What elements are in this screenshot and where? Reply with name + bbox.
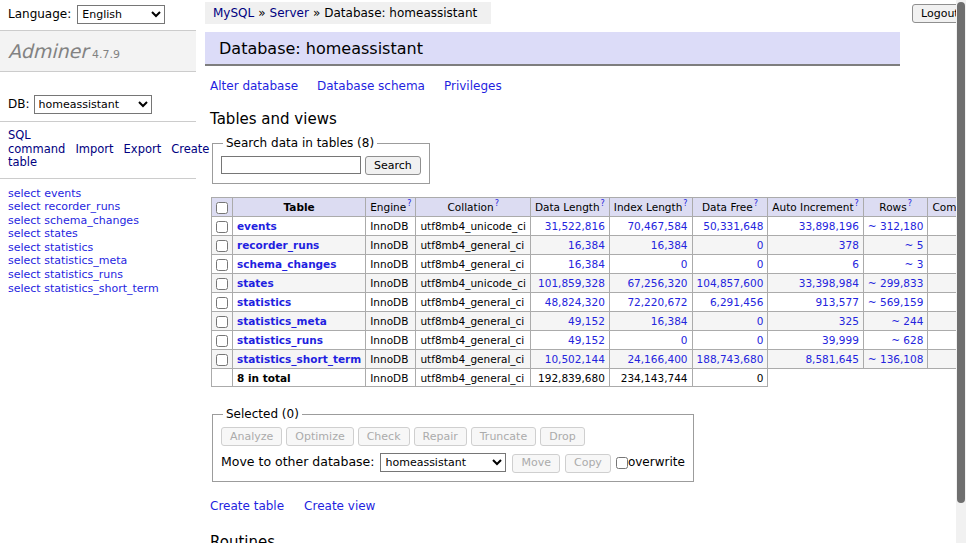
database-schema-link[interactable]: Database schema — [317, 79, 425, 93]
row-checkbox[interactable] — [216, 335, 228, 347]
row-checkbox[interactable] — [216, 221, 228, 233]
alter-database-link[interactable]: Alter database — [210, 79, 298, 93]
drop-button[interactable]: Drop — [540, 427, 584, 446]
table-link-statistics_runs[interactable]: statistics_runs — [237, 334, 323, 346]
engine-cell: InnoDB — [366, 312, 416, 331]
overwrite-checkbox[interactable] — [616, 457, 628, 469]
sidebar-item-select-statistics_runs[interactable]: select statistics_runs — [8, 268, 123, 281]
column-help-link[interactable]: ? — [601, 199, 605, 208]
sidebar-action-import[interactable]: Import — [75, 142, 113, 156]
row-checkbox-cell — [212, 350, 233, 369]
row-checkbox[interactable] — [216, 278, 228, 290]
column-help-link[interactable]: ? — [855, 199, 859, 208]
row-checkbox[interactable] — [216, 316, 228, 328]
breadcrumb-link[interactable]: MySQL — [213, 6, 254, 20]
db-select[interactable]: homeassistant — [34, 95, 152, 114]
table-row: schema_changesInnoDButf8mb4_general_ci16… — [212, 255, 966, 274]
sidebar-item-select-statistics[interactable]: select statistics — [8, 241, 93, 254]
auto-increment-cell: 378 — [768, 236, 864, 255]
move-button[interactable]: Move — [512, 454, 560, 473]
column-header-engine: Engine? — [366, 198, 416, 217]
copy-button[interactable]: Copy — [565, 454, 611, 473]
column-help-link[interactable]: ? — [908, 199, 912, 208]
overwrite-label[interactable]: overwrite — [616, 455, 685, 469]
table-link-schema_changes[interactable]: schema_changes — [237, 258, 337, 270]
list-item: select statistics_runs — [8, 268, 188, 282]
column-label: Table — [284, 201, 315, 213]
privileges-link[interactable]: Privileges — [444, 79, 502, 93]
selected-legend: Selected (0) — [223, 407, 302, 421]
create-view-link[interactable]: Create view — [304, 499, 375, 513]
data-length-cell: 48,824,320 — [530, 293, 609, 312]
repair-button[interactable]: Repair — [414, 427, 467, 446]
sidebar-item-select-statistics_meta[interactable]: select statistics_meta — [8, 254, 127, 267]
engine-cell: InnoDB — [366, 255, 416, 274]
collation-cell: utf8mb4_general_ci — [416, 293, 530, 312]
sidebar-item-select-schema_changes[interactable]: select schema_changes — [8, 214, 139, 227]
sidebar-action-export[interactable]: Export — [124, 142, 162, 156]
column-label: Auto Increment — [772, 201, 853, 213]
row-checkbox[interactable] — [216, 354, 228, 366]
data-free-cell: 104,857,600 — [692, 274, 768, 293]
column-header-auto-increment: Auto Increment? — [768, 198, 864, 217]
data-free-cell: 0 — [692, 255, 768, 274]
engine-cell: InnoDB — [366, 236, 416, 255]
row-checkbox[interactable] — [216, 297, 228, 309]
scrollbar-thumb[interactable] — [957, 2, 965, 503]
table-name-cell: statistics — [233, 293, 366, 312]
data-length-cell: 49,152 — [530, 312, 609, 331]
optimize-button[interactable]: Optimize — [286, 427, 353, 446]
collation-cell: utf8mb4_general_ci — [416, 236, 530, 255]
column-help-link[interactable]: ? — [754, 199, 758, 208]
column-help-link[interactable]: ? — [683, 199, 687, 208]
tables-heading: Tables and views — [210, 110, 905, 128]
check-button[interactable]: Check — [358, 427, 410, 446]
table-row: statesInnoDButf8mb4_unicode_ci101,859,32… — [212, 274, 966, 293]
search-input[interactable] — [221, 156, 361, 174]
language-select[interactable]: English — [77, 5, 165, 24]
column-help-link[interactable]: ? — [407, 199, 411, 208]
create-table-link[interactable]: Create table — [210, 499, 284, 513]
table-link-statistics_short_term[interactable]: statistics_short_term — [237, 353, 361, 365]
row-checkbox[interactable] — [216, 259, 228, 271]
row-checkbox[interactable] — [216, 240, 228, 252]
search-fieldset: Search data in tables (8) Search — [212, 136, 430, 184]
list-item: select states — [8, 227, 188, 241]
data-free-cell: 188,743,680 — [692, 350, 768, 369]
list-item: select statistics_meta — [8, 254, 188, 268]
auto-increment-cell: 325 — [768, 312, 864, 331]
selected-fieldset: Selected (0) AnalyzeOptimizeCheckRepairT… — [212, 407, 694, 482]
table-link-recorder_runs[interactable]: recorder_runs — [237, 239, 319, 251]
table-link-statistics_meta[interactable]: statistics_meta — [237, 315, 327, 327]
move-db-select[interactable]: homeassistant — [380, 453, 506, 472]
index-length-cell: 16,384 — [609, 236, 692, 255]
total-data-length-cell: 192,839,680 — [530, 369, 609, 387]
engine-cell: InnoDB — [366, 293, 416, 312]
language-row: Language:English — [0, 0, 196, 30]
table-link-events[interactable]: events — [237, 220, 277, 232]
analyze-button[interactable]: Analyze — [221, 427, 282, 446]
breadcrumb-link[interactable]: Server — [270, 6, 309, 20]
sidebar-item-select-recorder_runs[interactable]: select recorder_runs — [8, 200, 120, 213]
sidebar-item-select-events[interactable]: select events — [8, 187, 81, 200]
table-name-cell: events — [233, 217, 366, 236]
collation-cell: utf8mb4_general_ci — [416, 331, 530, 350]
column-label: Data Free — [702, 201, 753, 213]
scrollbar-track[interactable] — [956, 0, 966, 543]
sidebar-item-select-statistics_short_term[interactable]: select statistics_short_term — [8, 282, 159, 295]
tables-table: TableEngine?Collation?Data Length?Index … — [211, 197, 966, 387]
collation-cell: utf8mb4_general_ci — [416, 350, 530, 369]
rows-cell: ~ 136,108 — [863, 350, 928, 369]
data-length-cell: 31,522,816 — [530, 217, 609, 236]
truncate-button[interactable]: Truncate — [471, 427, 536, 446]
db-row: DB:homeassistant — [0, 72, 196, 121]
table-name-cell: statistics_short_term — [233, 350, 366, 369]
table-link-states[interactable]: states — [237, 277, 274, 289]
table-link-statistics[interactable]: statistics — [237, 296, 291, 308]
select-all-checkbox[interactable] — [216, 202, 228, 214]
search-button[interactable]: Search — [365, 156, 421, 175]
sidebar-action-sql-command[interactable]: SQL command — [8, 128, 65, 156]
column-help-link[interactable]: ? — [495, 199, 499, 208]
sidebar-item-select-states[interactable]: select states — [8, 227, 78, 240]
index-length-cell: 72,220,672 — [609, 293, 692, 312]
